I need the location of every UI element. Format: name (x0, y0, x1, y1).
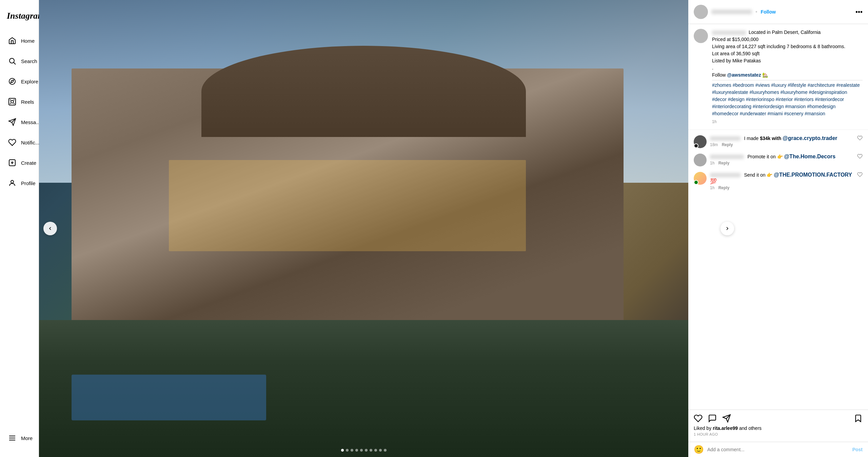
desc-username-blurred (712, 31, 746, 35)
desc-author-avatar (694, 29, 708, 43)
emoji-picker-button[interactable]: 🙂 (694, 445, 704, 454)
bookmark-button[interactable] (854, 414, 863, 423)
comment-button[interactable] (708, 414, 717, 423)
messages-icon (8, 117, 16, 127)
desc-lot-area: Lot area of 36,590 sqft (712, 51, 760, 56)
photo-prev-button[interactable] (43, 222, 57, 235)
dot-2 (346, 449, 349, 452)
sidebar-item-search[interactable]: Search (3, 52, 36, 71)
desc-content-area: Located in Palm Desert, California Price… (712, 29, 863, 125)
share-button[interactable] (722, 414, 731, 423)
desc-period: . (712, 65, 713, 71)
sidebar-create-label: Create (21, 160, 36, 166)
sidebar: Instagram Home Search Explore (0, 0, 39, 457)
sidebar-item-home[interactable]: Home (3, 31, 36, 50)
desc-listed-by: Listed by Mike Patakas (712, 58, 761, 63)
profile-icon (8, 178, 16, 188)
dot-9 (379, 449, 382, 452)
sidebar-search-label: Search (21, 58, 37, 64)
svg-rect-4 (9, 98, 16, 105)
photo-next-button[interactable] (721, 222, 734, 235)
desc-follow-link[interactable]: @awsmestatez (727, 72, 761, 78)
follow-button[interactable]: Follow (761, 9, 776, 15)
svg-point-7 (14, 99, 15, 100)
liked-by-user[interactable]: rita.arlee99 (713, 425, 738, 431)
post-author-avatar[interactable] (694, 5, 708, 19)
sidebar-explore-label: Explore (21, 79, 38, 84)
comment-link-1[interactable]: @grace.crypto.trader (783, 135, 837, 141)
desc-follow-cta: Follow (712, 72, 727, 78)
post-header: • Follow ••• (688, 0, 868, 24)
dot-8 (374, 449, 377, 452)
create-icon (8, 158, 16, 167)
svg-point-6 (10, 99, 11, 100)
sidebar-item-reels[interactable]: Reels (3, 92, 36, 111)
desc-located-text: Located in Palm Desert, California (749, 29, 821, 35)
post-description: Located in Palm Desert, California Price… (688, 24, 868, 130)
svg-point-2 (9, 78, 15, 84)
comment-username-2-blurred (710, 155, 744, 159)
explore-icon (8, 77, 16, 86)
comment-link-3[interactable]: @THE.PROMOTION.FACTORY (774, 172, 852, 178)
comment-item-3: Send it on 👉 @THE.PROMOTION.FACTORY 💯 1h… (688, 169, 868, 193)
sidebar-home-label: Home (21, 38, 35, 44)
comment-time-1: 18m Reply (710, 142, 854, 147)
sidebar-item-messages[interactable]: Messa... (3, 113, 36, 132)
post-comment-button[interactable]: Post (852, 447, 863, 452)
desc-hashtags: #zhomes #bedroom #views #luxury #lifesty… (712, 82, 860, 116)
search-icon (8, 56, 16, 66)
sidebar-item-create[interactable]: Create (3, 153, 36, 172)
comment-like-btn-2[interactable] (857, 154, 863, 160)
svg-point-9 (14, 103, 15, 104)
action-icons-row (694, 413, 863, 424)
dot-1 (341, 449, 344, 452)
comment-text-1: I made $34k with (744, 136, 783, 141)
comment-reply-btn-2[interactable]: Reply (718, 161, 730, 165)
svg-point-13 (11, 180, 14, 183)
comment-username-3-blurred (710, 173, 741, 177)
sidebar-reels-label: Reels (21, 99, 34, 105)
desc-price-text: Priced at $15,000,000 (712, 37, 758, 42)
comment-like-btn-1[interactable] (857, 135, 863, 142)
sidebar-item-more[interactable]: More (3, 429, 36, 448)
comment-item-2: Promote it on 👉 @The.Home.Decors 1h Repl… (688, 151, 868, 169)
sidebar-item-explore[interactable]: Explore (3, 72, 36, 91)
like-button[interactable] (694, 414, 703, 423)
dot-10 (384, 449, 387, 452)
svg-point-0 (9, 58, 14, 63)
comment-avatar-2 (694, 154, 707, 166)
app-logo[interactable]: Instagram (0, 5, 39, 31)
desc-house-emoji: 🏡 (762, 72, 768, 78)
desc-time: 1h (712, 119, 863, 125)
comment-link-2[interactable]: @The.Home.Decors (784, 154, 836, 159)
comment-like-btn-3[interactable] (857, 172, 863, 179)
comment-body-1: I made $34k with @grace.crypto.trader 18… (710, 135, 854, 147)
desc-living-area: Living area of 14,227 sqft including 7 b… (712, 44, 845, 49)
comment-body-2: Promote it on 👉 @The.Home.Decors 1h Repl… (710, 154, 854, 165)
home-icon (8, 36, 16, 45)
sidebar-item-profile[interactable]: Profile (3, 174, 36, 193)
comment-text-input[interactable] (707, 447, 849, 452)
comment-time-3: 1h Reply (710, 185, 854, 190)
notifications-icon (8, 138, 16, 147)
close-button[interactable]: ✕ (843, 7, 858, 22)
sidebar-profile-label: Profile (21, 180, 36, 186)
svg-point-5 (11, 100, 14, 103)
sidebar-messages-label: Messa... (21, 119, 40, 125)
comment-text-2: Promote it on 👉 (747, 154, 784, 159)
comment-reply-btn-3[interactable]: Reply (718, 185, 730, 190)
comment-emoji-3: 💯 (710, 178, 717, 184)
comment-reply-btn-1[interactable]: Reply (722, 142, 733, 147)
comment-input-area: 🙂 Post (688, 442, 868, 457)
post-time: 1 HOUR AGO (694, 432, 863, 436)
action-bar: Liked by rita.arlee99 and others 1 HOUR … (688, 410, 868, 442)
more-icon (8, 433, 16, 443)
comment-avatar-1 (694, 135, 707, 148)
desc-divider (712, 80, 863, 80)
reels-icon (8, 97, 16, 106)
svg-line-1 (14, 63, 16, 65)
sidebar-item-notifications[interactable]: Notific... (3, 133, 36, 152)
comments-section: I made $34k with @grace.crypto.trader 18… (688, 130, 868, 410)
post-info-panel: • Follow ••• Located in Palm Desert, Cal… (688, 0, 868, 457)
post-author-username (711, 9, 752, 14)
